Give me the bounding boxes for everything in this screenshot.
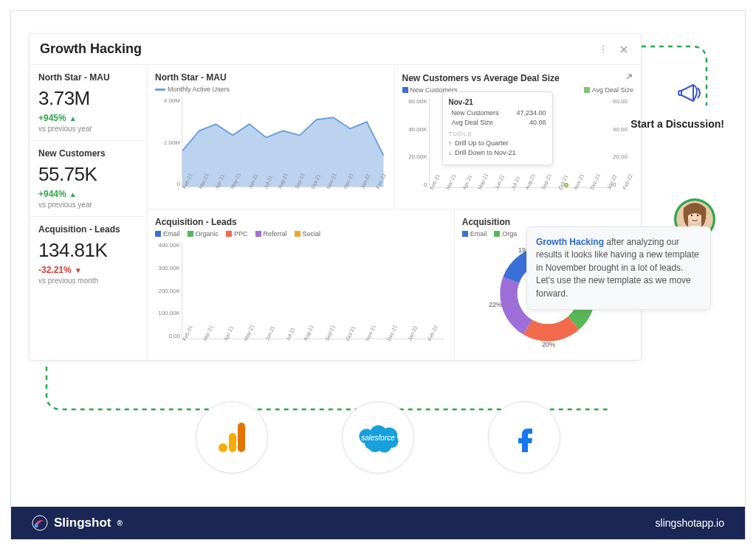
chart-title: North Star - MAU (155, 72, 387, 83)
chart-title: Acquisition (462, 217, 633, 227)
svg-point-0 (602, 46, 604, 47)
discussion-cta[interactable]: Start a Discussion! (630, 118, 724, 130)
logo-icon (32, 515, 48, 531)
chart-mau[interactable]: North Star - MAU Monthly Active Users 4.… (148, 65, 395, 209)
charts-column: North Star - MAU Monthly Active Users 4.… (148, 65, 641, 360)
svg-rect-14 (229, 433, 236, 452)
chart-tooltip: Nov-21 New Customers47,234.00 Avg Deal S… (442, 91, 553, 165)
svg-text:salesforce: salesforce (361, 434, 395, 442)
kpi-sub: vs previous year (38, 125, 138, 133)
svg-point-1 (602, 49, 604, 50)
kpi-title: New Customers (38, 148, 138, 159)
svg-rect-15 (238, 423, 245, 452)
dashboard-panel: Growth Hacking North Star - MAU 3.73M +9… (29, 33, 642, 361)
discussion-comment: Growth Hacking after analyzing our resul… (526, 226, 711, 310)
close-icon[interactable] (617, 43, 630, 56)
dashboard-header: Growth Hacking (30, 34, 641, 65)
kpi-change: +945% (38, 113, 138, 123)
integration-facebook[interactable] (488, 401, 560, 474)
integration-google-analytics[interactable] (196, 401, 268, 474)
footer-url[interactable]: slingshotapp.io (656, 517, 724, 529)
kpi-change: +944% (38, 189, 138, 199)
drill-down-button[interactable]: ↓ Drill Down to Nov-21 (449, 149, 546, 156)
integration-salesforce[interactable]: salesforce (342, 401, 414, 474)
dashboard-title: Growth Hacking (40, 41, 589, 57)
kpi-value: 3.73M (38, 87, 138, 110)
svg-point-11 (697, 215, 698, 216)
kpi-title: North Star - MAU (38, 72, 138, 83)
kpi-leads[interactable]: Acquisition - Leads 134.81K -32.21% vs p… (30, 217, 147, 292)
chart-deal-size[interactable]: New Customers vs Average Deal Size New C… (395, 65, 642, 209)
expand-icon[interactable] (625, 72, 633, 83)
kpi-sub: vs previous year (38, 201, 138, 209)
svg-point-13 (219, 443, 227, 452)
kpi-title: Acquisition - Leads (38, 224, 138, 235)
kpi-value: 134.81K (38, 239, 138, 262)
svg-point-17 (32, 516, 47, 530)
footer: Slingshot® slingshotapp.io (11, 507, 745, 539)
svg-point-2 (602, 52, 604, 53)
kpi-change: -32.21% (38, 265, 138, 275)
kpi-sub: vs previous month (38, 277, 138, 285)
svg-point-18 (35, 524, 38, 528)
chart-leads[interactable]: Acquisition - Leads EmailOrganicPPCRefer… (148, 209, 455, 360)
kpi-value: 55.75K (38, 163, 138, 186)
app-frame: Growth Hacking North Star - MAU 3.73M +9… (10, 10, 746, 540)
kpi-new-customers[interactable]: New Customers 55.75K +944% vs previous y… (30, 141, 147, 217)
chart-title: New Customers vs Average Deal Size (402, 73, 560, 83)
dashboard-body: North Star - MAU 3.73M +945% vs previous… (30, 65, 641, 360)
drill-up-button[interactable]: ↑ Drill Up to Quarter (449, 139, 546, 147)
kpi-mau[interactable]: North Star - MAU 3.73M +945% vs previous… (30, 65, 147, 141)
integrations-row: salesforce (11, 393, 745, 482)
svg-point-10 (691, 215, 693, 216)
brand: Slingshot® (32, 515, 123, 531)
chart-title: Acquisition - Leads (155, 217, 447, 227)
megaphone-icon (676, 79, 705, 111)
kpi-column: North Star - MAU 3.73M +945% vs previous… (30, 65, 148, 360)
more-icon[interactable] (597, 43, 610, 56)
comment-mention: Growth Hacking (536, 237, 604, 247)
